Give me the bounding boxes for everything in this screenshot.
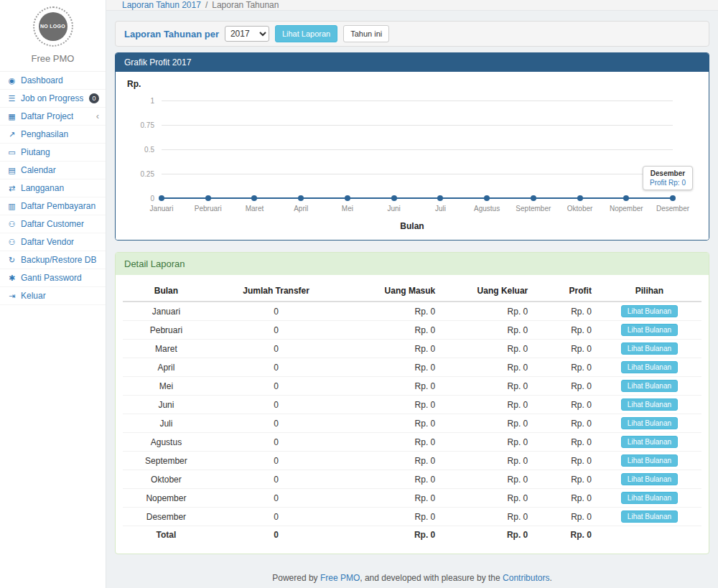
- footer-link-free-pmo[interactable]: Free PMO: [320, 573, 360, 583]
- sidebar-item-calendar[interactable]: ▤ Calendar: [0, 162, 106, 179]
- no-logo-icon: NO LOGO: [39, 12, 67, 41]
- x-tick-label: April: [294, 205, 308, 213]
- users-icon: ⚇: [6, 236, 17, 248]
- sidebar-item-keluar[interactable]: ⇥ Keluar: [0, 287, 106, 305]
- cell-bulan: Mei: [123, 377, 210, 396]
- tahun-ini-button[interactable]: Tahun ini: [343, 25, 389, 42]
- sidebar-item-daftar-pembayaran[interactable]: ▥ Daftar Pembayaran: [0, 197, 106, 215]
- cell-bulan: Desember: [123, 508, 210, 526]
- exchange-icon: ⇄: [6, 182, 17, 194]
- cell-uang-keluar: Rp. 0: [441, 358, 533, 377]
- gridline: 0.75: [162, 125, 673, 126]
- cell-bulan: September: [123, 452, 210, 470]
- sidebar-item-penghasilan[interactable]: ↗ Penghasilan: [0, 126, 106, 144]
- col-header-pilihan: Pilihan: [597, 281, 701, 302]
- cell-uang-keluar: Rp. 0: [441, 508, 533, 526]
- cell-jumlah-transfer: 0: [210, 508, 342, 526]
- table-row: April 0 Rp. 0 Rp. 0 Rp. 0 Lihat Bulanan: [123, 358, 701, 377]
- cell-profit: Rp. 0: [533, 414, 597, 433]
- sidebar-item-daftar-vendor[interactable]: ⚇ Daftar Vendor: [0, 233, 106, 251]
- breadcrumb-current: Laporan Tahunan: [212, 0, 279, 10]
- sidebar-item-label: Backup/Restore DB: [21, 254, 96, 266]
- data-point-oktober: [577, 195, 583, 201]
- data-point-pebruari: [205, 195, 211, 201]
- data-point-juni: [391, 195, 397, 201]
- sidebar-item-label: Penghasilan: [21, 129, 68, 140]
- footer-text: Powered by: [272, 573, 320, 583]
- chart-plot-area: 1 0.75 0.5 0.25 0: [162, 101, 673, 198]
- chart-tooltip: Desember Profit Rp: 0: [643, 166, 693, 190]
- lihat-bulanan-button[interactable]: Lihat Bulanan: [621, 473, 678, 485]
- total-uang-masuk: Rp. 0: [342, 526, 441, 543]
- col-header-bulan: Bulan: [123, 281, 210, 302]
- cell-profit: Rp. 0: [533, 340, 597, 358]
- cell-uang-masuk: Rp. 0: [342, 302, 441, 321]
- total-uang-keluar: Rp. 0: [441, 526, 533, 543]
- cell-uang-masuk: Rp. 0: [342, 321, 441, 340]
- cell-uang-keluar: Rp. 0: [441, 452, 533, 470]
- cell-jumlah-transfer: 0: [210, 340, 342, 358]
- lihat-bulanan-button[interactable]: Lihat Bulanan: [621, 436, 678, 448]
- sidebar-item-dashboard[interactable]: ◉ Dashboard: [0, 72, 106, 90]
- cell-uang-masuk: Rp. 0: [342, 508, 441, 526]
- cell-profit: Rp. 0: [533, 302, 597, 321]
- cell-uang-keluar: Rp. 0: [441, 414, 533, 433]
- cell-uang-masuk: Rp. 0: [342, 377, 441, 396]
- cell-profit: Rp. 0: [533, 489, 597, 508]
- sign-out-icon: ⇥: [6, 290, 17, 302]
- table-row: September 0 Rp. 0 Rp. 0 Rp. 0 Lihat Bula…: [123, 452, 701, 470]
- lihat-laporan-button[interactable]: Lihat Laporan: [275, 25, 337, 42]
- x-tick-label: Maret: [246, 205, 264, 213]
- cell-bulan: Juli: [123, 414, 210, 433]
- cell-profit: Rp. 0: [533, 452, 597, 470]
- lihat-bulanan-button[interactable]: Lihat Bulanan: [621, 342, 678, 355]
- x-tick-label: Oktober: [567, 205, 593, 213]
- sidebar-item-label: Daftar Pembayaran: [21, 200, 95, 212]
- breadcrumb-link-laporan-tahun[interactable]: Laporan Tahun 2017: [122, 0, 201, 10]
- col-header-uang-keluar: Uang Keluar: [441, 281, 533, 302]
- sidebar-item-ganti-password[interactable]: ✱ Ganti Password: [0, 269, 106, 287]
- cell-uang-keluar: Rp. 0: [441, 489, 533, 508]
- x-tick-label: Mei: [342, 205, 353, 213]
- cell-profit: Rp. 0: [533, 377, 597, 396]
- lihat-bulanan-button[interactable]: Lihat Bulanan: [621, 305, 678, 317]
- no-logo-stamp: NO LOGO: [33, 6, 73, 47]
- sidebar-item-label: Ganti Password: [21, 272, 82, 284]
- sidebar-item-daftar-customer[interactable]: ⚇ Daftar Customer: [0, 215, 106, 233]
- sidebar-item-piutang[interactable]: ▭ Piutang: [0, 144, 106, 162]
- lihat-bulanan-button[interactable]: Lihat Bulanan: [621, 510, 678, 523]
- sidebar-item-langganan[interactable]: ⇄ Langganan: [0, 179, 106, 197]
- sidebar-item-label: Piutang: [21, 146, 50, 158]
- table-row: Maret 0 Rp. 0 Rp. 0 Rp. 0 Lihat Bulanan: [123, 340, 701, 358]
- x-tick-label: Nopember: [610, 205, 643, 213]
- footer-text: .: [549, 573, 551, 583]
- breadcrumb-separator: /: [205, 0, 208, 10]
- lihat-bulanan-button[interactable]: Lihat Bulanan: [621, 398, 678, 411]
- col-header-uang-masuk: Uang Masuk: [342, 281, 441, 302]
- sidebar-item-backup-restore-db[interactable]: ↻ Backup/Restore DB: [0, 251, 106, 269]
- sidebar-item-label: Daftar Vendor: [21, 236, 74, 248]
- footer-link-contributors[interactable]: Contributors: [503, 573, 549, 583]
- cell-uang-keluar: Rp. 0: [441, 470, 533, 489]
- sidebar-menu: ◉ Dashboard ☰ Job on Progress 0 ▦ Daftar…: [0, 72, 106, 305]
- lihat-bulanan-button[interactable]: Lihat Bulanan: [621, 417, 678, 429]
- total-profit: Rp. 0: [533, 526, 597, 543]
- lihat-bulanan-button[interactable]: Lihat Bulanan: [621, 361, 678, 373]
- cell-bulan: Juni: [123, 396, 210, 414]
- lihat-bulanan-button[interactable]: Lihat Bulanan: [621, 454, 678, 467]
- lihat-bulanan-button[interactable]: Lihat Bulanan: [621, 492, 678, 504]
- sidebar-item-job-on-progress[interactable]: ☰ Job on Progress 0: [0, 90, 106, 108]
- data-point-mei: [345, 195, 350, 201]
- sidebar-item-daftar-project[interactable]: ▦ Daftar Project ‹: [0, 108, 106, 126]
- profit-chart-panel: Grafik Profit 2017 Rp. 1 0.75 0.5 0.25: [115, 52, 709, 241]
- cell-bulan: Agustus: [123, 433, 210, 452]
- dashboard-icon: ◉: [6, 75, 17, 86]
- profit-chart: Rp. 1 0.75 0.5 0.25 0: [116, 72, 709, 240]
- year-select[interactable]: 2017: [225, 26, 269, 42]
- lihat-bulanan-button[interactable]: Lihat Bulanan: [621, 380, 678, 392]
- content: Laporan Tahunan per 2017 Lihat Laporan T…: [106, 11, 718, 566]
- sidebar: NO LOGO Free PMO ◉ Dashboard ☰ Job on Pr…: [0, 0, 106, 588]
- chart-panel-title: Grafik Profit 2017: [116, 53, 709, 72]
- lihat-bulanan-button[interactable]: Lihat Bulanan: [621, 324, 678, 336]
- cell-profit: Rp. 0: [533, 433, 597, 452]
